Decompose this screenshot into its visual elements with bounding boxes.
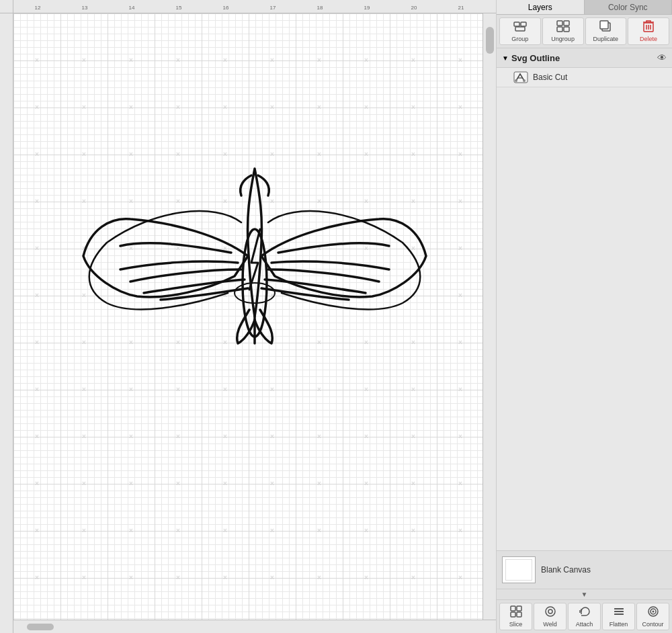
svg-text:×: × — [364, 527, 368, 534]
layer-header[interactable]: ▼ Svg Outline 👁 — [497, 48, 672, 68]
svg-text:×: × — [129, 433, 133, 440]
contour-button[interactable]: Contour — [636, 603, 669, 630]
layer-name: Svg Outline — [511, 53, 657, 63]
svg-text:×: × — [129, 527, 133, 534]
bottom-scrollbar[interactable] — [13, 620, 496, 633]
layer-section: ▼ Svg Outline 👁 Basic Cut — [497, 48, 672, 300]
svg-rect-124 — [515, 27, 525, 31]
svg-rect-146 — [614, 611, 624, 612]
svg-text:×: × — [458, 198, 462, 205]
grid-canvas[interactable]: × × × × × × × × × × × × × × × × × × × × — [13, 13, 496, 620]
weld-icon — [544, 605, 556, 620]
flatten-button[interactable]: Flatten — [602, 603, 635, 630]
tab-bar: Layers Color Sync — [497, 0, 672, 15]
ungroup-button[interactable]: Ungroup — [542, 17, 584, 45]
svg-text:×: × — [129, 56, 133, 64]
ruler-corner — [0, 0, 13, 13]
svg-text:×: × — [35, 151, 39, 158]
svg-text:×: × — [176, 574, 180, 581]
slice-icon — [510, 605, 522, 620]
svg-text:×: × — [317, 103, 321, 111]
svg-text:×: × — [411, 103, 415, 111]
layer-item[interactable]: Basic Cut — [497, 68, 672, 87]
ruler-left — [0, 13, 13, 633]
tab-layers[interactable]: Layers — [497, 0, 585, 14]
svg-text:×: × — [129, 339, 133, 346]
svg-text:×: × — [35, 433, 39, 440]
svg-text:×: × — [364, 103, 368, 111]
canvas-preview: Blank Canvas — [497, 550, 672, 589]
svg-rect-125 — [557, 21, 562, 26]
svg-rect-140 — [517, 606, 521, 611]
attach-button[interactable]: Attach — [568, 603, 601, 630]
svg-text:×: × — [411, 480, 415, 487]
svg-text:×: × — [270, 527, 274, 534]
svg-text:×: × — [458, 103, 462, 111]
svg-text:×: × — [223, 386, 227, 393]
svg-text:×: × — [82, 292, 86, 299]
svg-text:×: × — [82, 574, 86, 581]
svg-text:×: × — [176, 339, 180, 346]
svg-text:×: × — [364, 198, 368, 205]
delete-icon — [643, 20, 654, 34]
svg-text:×: × — [223, 56, 227, 64]
svg-text:×: × — [82, 103, 86, 111]
svg-text:×: × — [82, 339, 86, 346]
svg-text:×: × — [411, 574, 415, 581]
svg-text:×: × — [223, 480, 227, 487]
svg-text:×: × — [411, 433, 415, 440]
delete-button[interactable]: Delete — [628, 17, 669, 45]
svg-text:×: × — [411, 386, 415, 393]
tab-color-sync[interactable]: Color Sync — [585, 0, 673, 14]
svg-text:×: × — [176, 433, 180, 440]
svg-text:×: × — [411, 245, 415, 252]
svg-text:×: × — [364, 245, 368, 252]
svg-text:×: × — [411, 527, 415, 534]
spacer — [497, 300, 672, 551]
svg-text:×: × — [364, 151, 368, 158]
svg-rect-139 — [511, 606, 515, 611]
svg-text:×: × — [411, 56, 415, 64]
svg-text:×: × — [129, 151, 133, 158]
svg-text:×: × — [411, 151, 415, 158]
svg-text:×: × — [223, 198, 227, 205]
svg-rect-122 — [514, 22, 519, 26]
svg-text:×: × — [35, 480, 39, 487]
svg-text:×: × — [176, 56, 180, 64]
svg-text:×: × — [458, 527, 462, 534]
svg-text:×: × — [223, 574, 227, 581]
svg-text:×: × — [176, 151, 180, 158]
svg-text:×: × — [458, 386, 462, 393]
svg-text:×: × — [82, 198, 86, 205]
svg-rect-142 — [517, 612, 521, 617]
svg-rect-141 — [511, 612, 515, 617]
layer-item-icon — [513, 71, 529, 83]
svg-text:×: × — [223, 527, 227, 534]
svg-text:×: × — [270, 151, 274, 158]
svg-text:×: × — [129, 103, 133, 111]
svg-text:×: × — [458, 433, 462, 440]
svg-text:×: × — [82, 386, 86, 393]
svg-text:×: × — [223, 339, 227, 346]
canvas-thumbnail[interactable] — [502, 556, 536, 583]
svg-rect-128 — [564, 27, 569, 32]
svg-text:×: × — [35, 292, 39, 299]
slice-button[interactable]: Slice — [499, 603, 532, 630]
attach-icon — [579, 605, 591, 620]
duplicate-button[interactable]: Duplicate — [585, 17, 627, 45]
svg-text:×: × — [82, 151, 86, 158]
scroll-down-icon[interactable]: ▼ — [581, 591, 588, 598]
weld-button[interactable]: Weld — [534, 603, 566, 630]
visibility-icon[interactable]: 👁 — [657, 52, 667, 63]
right-scrollbar[interactable] — [482, 13, 496, 620]
svg-text:×: × — [364, 574, 368, 581]
svg-text:×: × — [35, 574, 39, 581]
canvas-label: Blank Canvas — [541, 565, 591, 575]
svg-point-137 — [515, 79, 517, 82]
svg-text:×: × — [270, 56, 274, 64]
toolbar-row: Group Ungroup Duplicate — [497, 15, 672, 48]
svg-point-143 — [546, 607, 555, 616]
svg-point-144 — [548, 609, 552, 614]
group-button[interactable]: Group — [499, 17, 541, 45]
svg-text:×: × — [317, 56, 321, 64]
